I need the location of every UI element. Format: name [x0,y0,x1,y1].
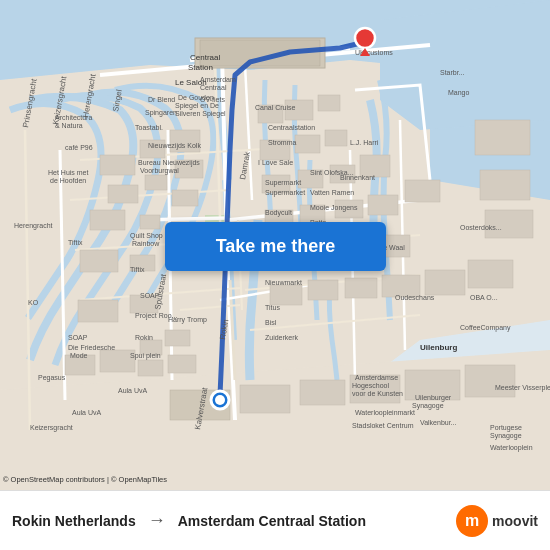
svg-text:Bureau Nieuwezijds: Bureau Nieuwezijds [138,159,200,167]
svg-text:Aula UvA: Aula UvA [118,387,148,394]
svg-point-153 [215,395,225,405]
svg-rect-16 [172,190,198,206]
svg-text:Amsterdamse: Amsterdamse [355,374,398,381]
svg-rect-19 [80,250,118,272]
svg-text:Station: Station [188,63,213,72]
svg-rect-42 [270,285,302,305]
svg-rect-56 [300,380,345,405]
svg-text:Supermarket: Supermarket [265,189,305,197]
svg-text:Spui plein: Spui plein [130,352,161,360]
svg-text:Synagoge: Synagoge [490,432,522,440]
svg-text:Spiegel en De: Spiegel en De [175,102,219,110]
svg-text:Nieuwezijds Kolk: Nieuwezijds Kolk [148,142,201,150]
moovit-m-icon: m [456,505,488,537]
svg-text:Starbr...: Starbr... [440,69,465,76]
svg-rect-43 [308,280,338,300]
svg-text:Stadsloket Centrum: Stadsloket Centrum [352,422,414,429]
svg-text:Uilenburger: Uilenburger [415,394,452,402]
svg-rect-36 [368,195,398,215]
map-container: Prinsengracht Keizersgracht Herengracht … [0,0,550,490]
svg-rect-44 [345,278,377,298]
svg-rect-60 [475,120,530,155]
svg-rect-12 [100,155,135,175]
svg-text:Tiftix: Tiftix [130,266,145,273]
svg-text:Die Friedesche: Die Friedesche [68,344,115,351]
svg-text:Le Salon: Le Salon [175,78,207,87]
svg-text:© OpenStreetMap contributors |: © OpenStreetMap contributors | © OpenMap… [3,475,167,484]
svg-text:Portugese: Portugese [490,424,522,432]
svg-rect-28 [325,130,347,146]
svg-rect-46 [425,270,465,295]
svg-rect-55 [240,385,290,413]
svg-text:Zuiderkerk: Zuiderkerk [265,334,299,341]
arrow-icon: → [148,510,166,531]
svg-rect-14 [145,175,167,190]
svg-text:Harry Tromp: Harry Tromp [168,316,207,324]
svg-text:Sint Olofska...: Sint Olofska... [310,169,354,176]
svg-text:CoffeeCompany: CoffeeCompany [460,324,511,332]
svg-rect-17 [90,210,125,230]
svg-text:Waterloopleinmarkt: Waterloopleinmarkt [355,409,415,417]
from-location: Rokin Netherlands [12,513,136,529]
svg-text:Uilenburg: Uilenburg [420,343,457,352]
svg-text:Spingaren: Spingaren [145,109,177,117]
svg-text:Rokin: Rokin [135,334,153,341]
svg-text:OBA O...: OBA O... [470,294,498,301]
svg-text:I Love Sale: I Love Sale [258,159,293,166]
bottom-bar: Rokin Netherlands → Amsterdam Centraal S… [0,490,550,550]
svg-text:De Gouden: De Gouden [178,94,214,101]
svg-text:Meester Visserplein: Meester Visserplein [495,384,550,392]
svg-text:café P96: café P96 [65,144,93,151]
svg-text:voor de Kunsten: voor de Kunsten [352,390,403,397]
svg-rect-59 [465,365,515,397]
svg-rect-27 [295,135,320,153]
svg-text:SOAP: SOAP [68,334,88,341]
svg-rect-47 [468,260,513,288]
svg-text:Waterlooplein: Waterlooplein [490,444,533,452]
svg-text:Silveren Spiegel: Silveren Spiegel [175,110,226,118]
svg-rect-21 [78,300,118,322]
moovit-logo: m moovit [456,505,538,537]
svg-text:Titus: Titus [265,304,280,311]
svg-text:Rainbow: Rainbow [132,240,160,247]
svg-text:Pegasus: Pegasus [38,374,66,382]
svg-text:Herengracht: Herengracht [14,222,53,230]
svg-text:Valkenbur...: Valkenbur... [420,419,457,426]
svg-text:Tiftix: Tiftix [68,239,83,246]
svg-rect-50 [168,355,196,373]
svg-point-154 [355,28,375,48]
svg-text:Nieuwmarkt: Nieuwmarkt [265,279,302,286]
moovit-text: moovit [492,513,538,529]
svg-text:Dr Blend: Dr Blend [148,96,175,103]
svg-text:Stromma: Stromma [268,139,297,146]
svg-text:& Natura: & Natura [55,122,83,129]
svg-text:Hogeschool: Hogeschool [352,382,389,390]
svg-rect-61 [480,170,530,200]
svg-text:Bisl: Bisl [265,319,277,326]
svg-text:Quilt Shop: Quilt Shop [130,232,163,240]
svg-text:Supermarkt: Supermarkt [265,179,301,187]
to-location: Amsterdam Centraal Station [178,513,456,529]
svg-marker-5 [380,0,550,130]
svg-text:Centraalstation: Centraalstation [268,124,315,131]
svg-rect-25 [318,95,340,111]
svg-text:Architectura: Architectura [55,114,92,121]
svg-rect-51 [138,360,163,376]
svg-rect-15 [108,185,138,203]
svg-text:Centraal: Centraal [190,53,220,62]
svg-text:KO: KO [28,299,39,306]
svg-text:Voorburgwal: Voorburgwal [140,167,179,175]
svg-text:Toastabl.: Toastabl. [135,124,163,131]
svg-text:Bodycult: Bodycult [265,209,292,217]
svg-rect-18 [140,215,160,229]
svg-rect-48 [165,330,190,346]
svg-text:Het Huis met: Het Huis met [48,169,89,176]
svg-text:Keizersgracht: Keizersgracht [30,424,73,432]
svg-rect-37 [405,180,440,202]
svg-text:Vatten Ramen: Vatten Ramen [310,189,354,196]
svg-text:Mango: Mango [448,89,470,97]
svg-text:Synagoge: Synagoge [412,402,444,410]
take-me-there-button[interactable]: Take me there [165,222,386,271]
svg-text:L.J. Harri: L.J. Harri [350,139,379,146]
svg-text:Oudeschans: Oudeschans [395,294,435,301]
